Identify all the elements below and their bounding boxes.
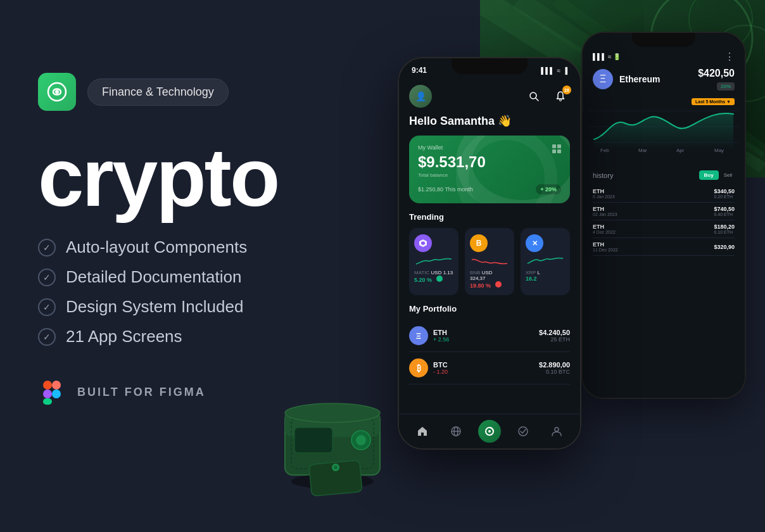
wallet-pct-change: + 20% [536, 184, 561, 194]
svg-point-32 [555, 428, 559, 431]
wallet-card[interactable]: My Wallet $9.531,70 Total balance $1.250… [409, 136, 570, 203]
wallet-label: My Wallet [418, 144, 561, 151]
eth-qty: 25 ETH [539, 336, 570, 343]
user-avatar[interactable]: 👤 [409, 85, 432, 108]
status-icons: ▌▌▌ ≈ ▐ [541, 67, 567, 74]
check-icon-3 [38, 298, 56, 316]
history-val-1: $340,50 [714, 188, 735, 194]
logo-tag-row: Finance & Technology [38, 73, 355, 111]
bnb-name: BNB USD 324,37 [470, 270, 509, 281]
history-qty-1: 0.20 ETH [714, 194, 735, 199]
history-date-3: 4 Dec 2022 [593, 230, 616, 234]
svg-rect-9 [43, 381, 52, 390]
battery-icon: ▐ [563, 67, 567, 74]
xrp-pct: 16.2 [526, 276, 537, 282]
trending-xrp[interactable]: ✕ XRP L 16.2 [521, 228, 570, 295]
history-row-3: ETH 4 Dec 2022 $180,20 0.10 ETH [593, 220, 735, 238]
greeting-text: Hello Samantha 👋 [409, 114, 570, 128]
portfolio-btc-left: ₿ BTC - 1.20 [409, 358, 448, 377]
history-row-2: ETH 02 Jan 2023 $740,50 0.40 ETH [593, 203, 735, 220]
nav-home[interactable] [411, 420, 434, 443]
svg-rect-11 [43, 398, 52, 405]
history-date-1: 0 Jan 2023 [593, 194, 615, 199]
sell-button[interactable]: Sell [721, 170, 735, 180]
svg-point-31 [519, 427, 528, 436]
history-date-2: 02 Jan 2023 [593, 212, 617, 217]
matic-chart [414, 255, 453, 267]
svg-rect-36 [294, 428, 332, 453]
trending-row: MATIC USD 1.13 5.20 % B BNB USD 324,37 1… [409, 228, 570, 295]
xrp-name: XRP L [526, 270, 540, 276]
svg-rect-12 [52, 381, 61, 390]
history-coin-1: ETH [593, 188, 615, 194]
check-icon-2 [38, 269, 56, 286]
buy-button[interactable]: Buy [699, 170, 719, 180]
portfolio-eth-right: $4.240,50 25 ETH [539, 329, 570, 343]
nav-globe[interactable] [445, 420, 467, 443]
svg-point-23 [560, 99, 562, 101]
portfolio-btc[interactable]: ₿ BTC - 1.20 $2.890,00 0.10 BTC [409, 352, 570, 384]
phone-secondary: ▌▌▌ ≈ 🔋 ⋮ Ξ Ethereum $420,50 20% Last 5 … [581, 32, 746, 399]
history-section: history Buy Sell ETH 0 Jan 2023 $340,50 … [583, 165, 745, 261]
trending-matic[interactable]: MATIC USD 1.13 5.20 % [409, 228, 458, 295]
last5-btn[interactable]: Last 5 Months ▼ [692, 98, 735, 105]
feature-text-4: 21 App Screens [66, 327, 182, 346]
trending-title: Trending [409, 212, 570, 222]
history-header: history Buy Sell [593, 170, 735, 180]
history-row-1: ETH 0 Jan 2023 $340,50 0.20 ETH [593, 185, 735, 203]
wallet-footer: $1.250,80 This month + 20% [418, 184, 561, 194]
tag-badge: Finance & Technology [87, 79, 229, 106]
wallet-month: $1.250,80 This month [418, 186, 473, 193]
bnb-icon: B [470, 234, 488, 252]
bnb-pct: 19.80 % [470, 281, 502, 289]
eth-price: $420,50 [698, 68, 735, 79]
history-val-4: $320,90 [714, 244, 735, 250]
search-button[interactable] [524, 87, 543, 106]
matic-name: MATIC USD 1.13 [414, 270, 453, 276]
app-logo [38, 73, 76, 111]
phone-primary: 9:41 ▌▌▌ ≈ ▐ 👤 [398, 57, 581, 450]
nav-user[interactable] [545, 420, 568, 443]
svg-point-30 [488, 430, 491, 433]
btc-coin-change: - 1.20 [433, 369, 448, 375]
xrp-chart [526, 255, 565, 267]
phone-screen: 9:41 ▌▌▌ ≈ ▐ 👤 [399, 58, 580, 448]
history-qty-3: 0.10 ETH [714, 230, 735, 234]
portfolio-eth[interactable]: Ξ ETH + 2.56 $4.240,50 25 ETH [409, 320, 570, 352]
notification-button[interactable]: 26 [551, 87, 570, 106]
history-row-4: ETH 11 Dec 2022 $320,90 [593, 238, 735, 256]
phone2-screen: ▌▌▌ ≈ 🔋 ⋮ Ξ Ethereum $420,50 20% Last 5 … [583, 33, 745, 398]
btc-value: $2.890,00 [539, 361, 570, 369]
nav-refresh[interactable] [478, 420, 501, 443]
btc-coin-name: BTC [433, 361, 448, 369]
history-coin-2: ETH [593, 206, 617, 212]
history-coin-4: ETH [593, 241, 618, 248]
phone-notch-2 [632, 33, 695, 47]
figma-icon [38, 378, 66, 406]
eth-coin-icon: Ξ [593, 69, 613, 89]
check-icon-4 [38, 328, 56, 346]
wallet-subtitle: Total balance [418, 172, 561, 178]
portfolio-btc-right: $2.890,00 0.10 BTC [539, 361, 570, 375]
history-coin-3: ETH [593, 224, 616, 230]
svg-point-38 [356, 435, 366, 445]
portfolio-eth-left: Ξ ETH + 2.56 [409, 326, 449, 345]
history-title: history [593, 172, 613, 179]
xrp-icon: ✕ [526, 234, 543, 252]
status-time: 9:41 [412, 66, 427, 75]
btc-portfolio-icon: ₿ [409, 358, 428, 377]
bottom-navigation [399, 414, 580, 448]
nav-check[interactable] [512, 420, 534, 443]
history-qty-2: 0.40 ETH [714, 212, 735, 217]
history-val-2: $740,50 [714, 206, 735, 212]
feature-text-1: Auto-layout Components [66, 238, 247, 257]
check-icon-1 [38, 239, 56, 256]
feature-item-1: Auto-layout Components [38, 238, 355, 257]
svg-point-39 [285, 403, 380, 422]
wallet-grid-icon [552, 144, 561, 153]
eth-value: $4.240,50 [539, 329, 570, 336]
trending-bnb[interactable]: B BNB USD 324,37 19.80 % [465, 228, 514, 295]
eth-coin-change: + 2.56 [433, 336, 449, 343]
feature-item-3: Design System Included [38, 297, 355, 317]
wallet-3d-decoration [272, 374, 393, 513]
